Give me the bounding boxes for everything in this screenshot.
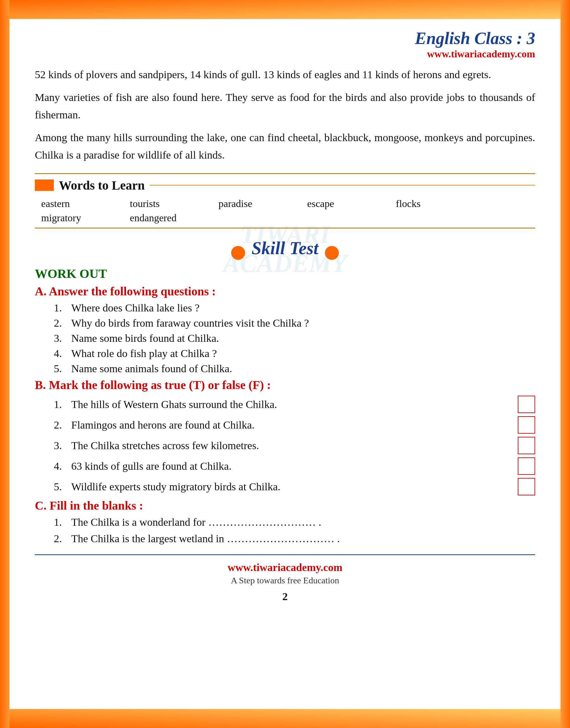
q-num: 5. [54, 363, 71, 375]
left-border [0, 0, 9, 728]
question-text: The Chilka stretches across few kilometr… [71, 440, 259, 452]
list-item: 1. The hills of Western Ghats surround t… [54, 396, 535, 413]
list-item: 5. Name some animals found of Chilka. [54, 363, 535, 375]
section-a-questions: 1. Where does Chilka lake lies ? 2. Why … [54, 302, 535, 375]
footer-area: www.tiwariacademy.com A Step towards fre… [35, 554, 535, 586]
section-c-label: C. Fill in the blanks : [35, 499, 535, 513]
words-grid: eastern tourists paradise escape flocks … [35, 198, 535, 224]
word-flocks: flocks [396, 198, 485, 209]
left-orange-dot [231, 246, 245, 260]
orange-block-icon [35, 179, 54, 191]
footer-tagline: A Step towards free Education [35, 576, 535, 586]
question-text: Flamingos and herons are found at Chilka… [71, 419, 255, 431]
q-num: 3. [54, 332, 71, 344]
words-to-learn-title: Words to Learn [59, 178, 145, 193]
word-tourists: tourists [130, 198, 219, 209]
main-content: English Class : 3 www.tiwariacademy.com … [16, 19, 554, 709]
skill-test-title: Skill Test [251, 238, 318, 258]
question-text: What role do fish play at Chilka ? [71, 347, 217, 359]
tf-text: 5. Wildlife experts study migratory bird… [54, 481, 511, 493]
tf-text: 3. The Chilka stretches across few kilom… [54, 440, 511, 452]
words-to-learn-section: Words to Learn eastern tourists paradise… [35, 173, 535, 228]
question-text: Name some birds found at Chilka. [71, 332, 219, 344]
skill-test-container: TIWARI ACADEMY Skill Test [35, 238, 535, 260]
section-b-questions: 1. The hills of Western Ghats surround t… [54, 396, 535, 495]
word-migratory: migratory [41, 212, 130, 224]
list-item: 2. Why do birds from faraway countries v… [54, 317, 535, 329]
tf-text: 1. The hills of Western Ghats surround t… [54, 399, 511, 411]
tf-text: 2. Flamingos and herons are found at Chi… [54, 419, 511, 431]
list-item: 1. Where does Chilka lake lies ? [54, 302, 535, 314]
header-url: www.tiwariacademy.com [35, 48, 535, 60]
q-num: 2. [54, 419, 71, 431]
word-eastern: eastern [41, 198, 130, 209]
bottom-border [0, 709, 570, 728]
workout-title: WORK OUT [35, 266, 535, 281]
q-num: 3. [54, 440, 71, 452]
question-text: 63 kinds of gulls are found at Chilka. [71, 460, 232, 472]
question-text: The Chilka is a wonderland for ………………………… [71, 516, 321, 528]
page-number: 2 [35, 591, 535, 603]
q-num: 1. [54, 302, 71, 314]
tf-answer-box[interactable] [518, 457, 535, 475]
right-orange-dot [325, 246, 339, 260]
q-num: 4. [54, 460, 71, 472]
section-c: C. Fill in the blanks : 1. The Chilka is… [35, 499, 535, 545]
workout-section: WORK OUT A. Answer the following questio… [35, 266, 535, 545]
question-text: Why do birds from faraway countries visi… [71, 317, 309, 329]
q-num: 5. [54, 481, 71, 493]
question-text: The Chilka is the largest wetland in ………… [71, 533, 340, 545]
word-endangered: endangered [130, 212, 219, 224]
q-num: 2. [54, 317, 71, 329]
q-num: 1. [54, 516, 71, 528]
tf-text: 4. 63 kinds of gulls are found at Chilka… [54, 460, 511, 472]
tf-answer-box[interactable] [518, 396, 535, 413]
paragraph-2: Many varieties of fish are also found he… [35, 89, 535, 123]
tf-answer-box[interactable] [518, 437, 535, 454]
section-a-label: A. Answer the following questions : [35, 284, 535, 298]
word-escape: escape [307, 198, 396, 209]
paragraph-3: Among the many hills surrounding the lak… [35, 129, 535, 164]
question-text: Wildlife experts study migratory birds a… [71, 481, 281, 493]
section-b-label: B. Mark the following as true (T) or fal… [35, 378, 535, 392]
q-num: 4. [54, 347, 71, 359]
right-border [561, 0, 570, 728]
q-num: 1. [54, 399, 71, 411]
list-item: 3. Name some birds found at Chilka. [54, 332, 535, 344]
section-b: B. Mark the following as true (T) or fal… [35, 378, 535, 495]
question-text: Where does Chilka lake lies ? [71, 302, 200, 314]
word-paradise: paradise [219, 198, 307, 209]
top-border [0, 0, 570, 19]
section-c-questions: 1. The Chilka is a wonderland for ………………… [54, 516, 535, 545]
footer-url: www.tiwariacademy.com [35, 562, 535, 574]
paragraph-1: 52 kinds of plovers and sandpipers, 14 k… [35, 66, 535, 83]
page-title: English Class : 3 [35, 28, 535, 48]
list-item: 4. 63 kinds of gulls are found at Chilka… [54, 457, 535, 475]
question-text: Name some animals found of Chilka. [71, 363, 232, 375]
list-item: 1. The Chilka is a wonderland for ………………… [54, 516, 535, 528]
list-item: 2. Flamingos and herons are found at Chi… [54, 416, 535, 434]
list-item: 5. Wildlife experts study migratory bird… [54, 478, 535, 495]
q-num: 2. [54, 533, 71, 545]
list-item: 4. What role do fish play at Chilka ? [54, 347, 535, 359]
words-header-row: Words to Learn [35, 178, 535, 193]
words-line-divider [150, 185, 535, 185]
list-item: 3. The Chilka stretches across few kilom… [54, 437, 535, 454]
header-area: English Class : 3 www.tiwariacademy.com [35, 28, 535, 60]
section-a: A. Answer the following questions : 1. W… [35, 284, 535, 375]
list-item: 2. The Chilka is the largest wetland in … [54, 533, 535, 545]
tf-answer-box[interactable] [518, 416, 535, 434]
tf-answer-box[interactable] [518, 478, 535, 495]
question-text: The hills of Western Ghats surround the … [71, 399, 277, 411]
